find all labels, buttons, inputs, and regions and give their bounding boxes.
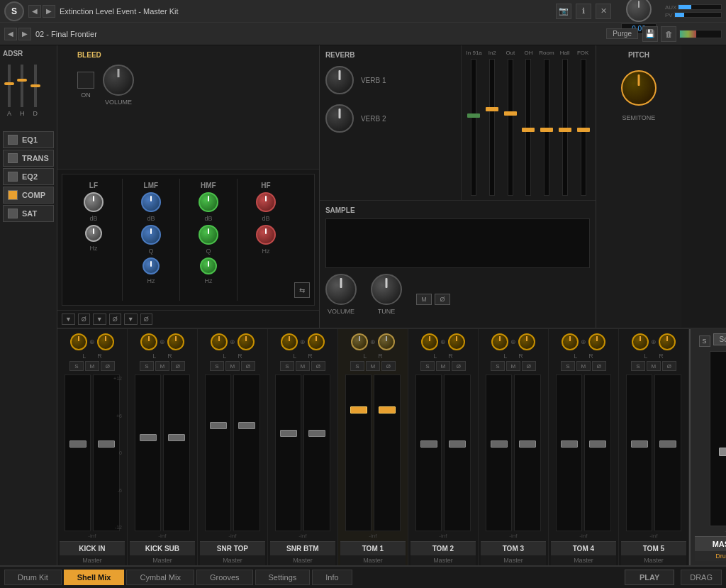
eq-toggle-3[interactable]: ▼ [93,314,106,325]
snrtop-pan-r-knob[interactable] [238,333,255,350]
tom1-m-btn[interactable]: M [366,361,380,371]
kicksub-phi-btn[interactable]: Ø [171,361,185,371]
tom2-fader-handle-r[interactable] [449,440,466,448]
tom1-phi-btn[interactable]: Ø [381,361,396,371]
fok-handle[interactable] [577,128,590,132]
pitch-semitone-knob[interactable] [621,70,657,106]
master-s-btn[interactable]: S [699,335,710,347]
kicksub-fader-handle-l[interactable] [140,434,157,441]
kicksub-s-btn[interactable]: S [140,361,154,371]
kicksub-fader-handle-r[interactable] [168,434,185,441]
snrtop-s-btn[interactable]: S [210,361,224,371]
tune-knob[interactable] [626,0,652,22]
tom1-fader-handle-r[interactable] [379,406,396,414]
sample-mute-btn[interactable]: M [416,294,432,305]
tom5-s-btn[interactable]: S [631,361,645,371]
tom3-fader-handle-l[interactable] [491,440,508,448]
sample-volume-knob[interactable] [325,274,357,305]
tom5-fader-handle-l[interactable] [631,440,648,448]
out-handle[interactable] [504,111,517,116]
attack-handle[interactable] [4,82,14,85]
comp-btn[interactable]: COMP [3,187,54,204]
snrtop-pan-l-knob[interactable] [211,333,228,350]
master-fader-handle[interactable] [719,448,726,456]
hmf-q-knob[interactable] [199,225,218,245]
hall-handle[interactable] [559,128,571,132]
tom2-fader-handle-l[interactable] [420,440,437,448]
tom4-pan-l-knob[interactable] [562,333,579,350]
tom2-s-btn[interactable]: S [420,361,435,371]
kicksub-pan-l-knob[interactable] [140,333,157,350]
kicksub-m-btn[interactable]: M [155,361,169,371]
tom1-s-btn[interactable]: S [350,361,364,371]
kickin-m-btn[interactable]: M [85,361,99,371]
kickin-fader-handle-r[interactable] [98,440,115,448]
kicksub-pan-r-knob[interactable] [167,333,184,350]
kickin-s-btn[interactable]: S [69,361,84,371]
tom2-pan-l-knob[interactable] [421,333,438,350]
close-btn[interactable]: ✕ [596,4,611,19]
kickin-phi-btn[interactable]: Ø [101,361,115,371]
hf-hz-knob[interactable] [256,225,276,245]
eq-bypass-toggle-3[interactable]: Ø [140,314,152,325]
solo-clear-btn[interactable]: Solo Clear [713,333,726,345]
verb1-knob[interactable] [325,66,354,94]
sat-btn[interactable]: SAT [3,205,54,222]
tom1-fader-handle-l[interactable] [350,406,367,414]
tab-drum-kit[interactable]: Drum Kit [4,570,62,585]
tom5-phi-btn[interactable]: Ø [662,361,676,371]
snrbtm-pan-r-knob[interactable] [308,333,325,350]
tab-grooves[interactable]: Grooves [196,570,253,585]
next-preset-btn[interactable]: ▶ [18,28,31,40]
camera-btn[interactable]: 📷 [556,4,571,19]
hmf-hz-knob[interactable] [200,257,217,274]
tom3-m-btn[interactable]: M [506,361,520,371]
snrtop-fader-handle-l[interactable] [210,422,227,429]
attack-slider[interactable] [8,65,11,107]
verb2-knob[interactable] [325,104,354,133]
tom4-phi-btn[interactable]: Ø [592,361,606,371]
prev-instrument-btn[interactable]: ◀ [28,5,41,18]
lmf-hz-knob[interactable] [143,257,160,274]
tom5-fader-handle-r[interactable] [659,440,676,448]
lf-hz-knob[interactable] [85,225,102,242]
sample-bypass-btn[interactable]: Ø [435,294,450,305]
delete-btn[interactable]: 🗑 [661,26,676,42]
tom2-pan-r-knob[interactable] [448,333,465,350]
snrtop-phi-btn[interactable]: Ø [241,361,255,371]
tom1-pan-l-knob[interactable] [351,333,368,350]
eq-bypass-toggle[interactable]: Ø [78,314,90,325]
info-btn[interactable]: ℹ [576,4,591,19]
tab-shell-mix[interactable]: Shell Mix [64,570,125,585]
snrbtm-fader-handle-l[interactable] [280,430,297,437]
eq-bypass-btn[interactable]: ⇆ [294,282,310,298]
in2-handle[interactable] [486,107,498,111]
decay-handle[interactable] [30,84,40,87]
lf-db-knob[interactable] [84,192,104,212]
play-btn[interactable]: PLAY [625,570,674,585]
in91a-handle[interactable] [467,113,480,118]
eq2-btn[interactable]: EQ2 [3,168,54,185]
eq1-btn[interactable]: EQ1 [3,131,54,148]
hold-slider[interactable] [21,65,23,107]
tom4-fader-handle-r[interactable] [589,440,606,448]
lmf-q-knob[interactable] [141,225,161,245]
save-btn[interactable]: 💾 [642,26,658,42]
tom4-m-btn[interactable]: M [576,361,591,371]
tom1-pan-r-knob[interactable] [378,333,395,350]
decay-slider[interactable] [34,65,37,107]
tab-cymbal-mix[interactable]: Cymbal Mix [126,570,194,585]
snrbtm-fader-handle-r[interactable] [308,430,325,437]
tom2-phi-btn[interactable]: Ø [452,361,466,371]
tom3-s-btn[interactable]: S [491,361,505,371]
snrbtm-s-btn[interactable]: S [280,361,294,371]
next-instrument-btn[interactable]: ▶ [43,5,55,18]
kickin-pan-l-knob[interactable] [70,333,87,350]
room-handle[interactable] [540,128,553,132]
bleed-volume-knob[interactable] [103,65,134,96]
snrtop-fader-handle-r[interactable] [238,422,255,429]
snrtop-m-btn[interactable]: M [225,361,240,371]
tom4-pan-r-knob[interactable] [588,333,605,350]
drag-btn[interactable]: DRAG [681,570,722,585]
hold-handle[interactable] [17,79,27,82]
